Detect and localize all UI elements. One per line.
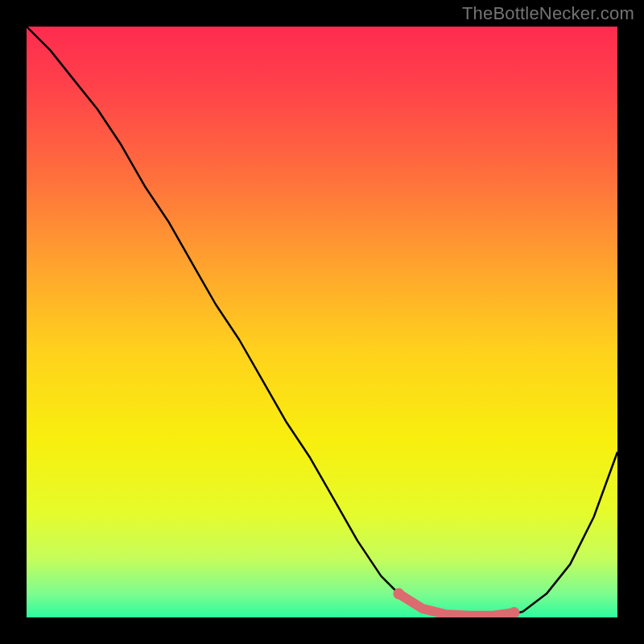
watermark-text: TheBottleNecker.com [462,3,634,24]
highlight-start-dot [393,588,404,600]
chart-stage: TheBottleNecker.com [0,0,644,644]
gradient-background [27,27,617,617]
plot-area [27,27,617,617]
chart-svg [27,27,617,617]
